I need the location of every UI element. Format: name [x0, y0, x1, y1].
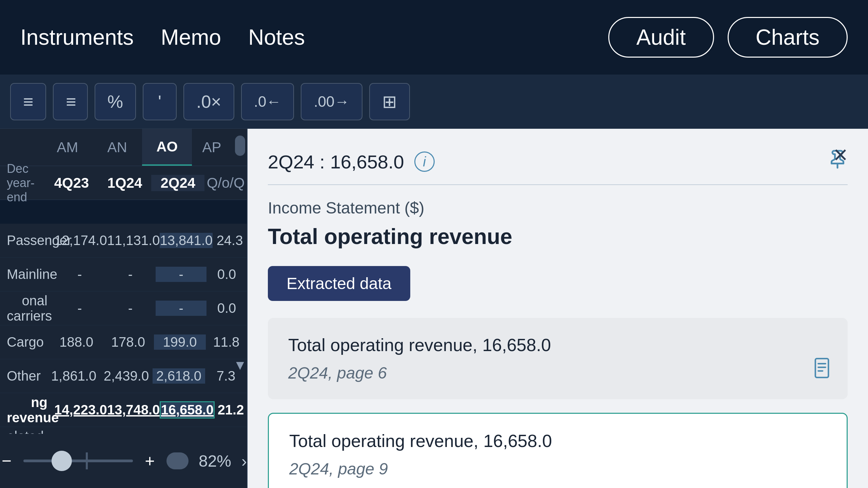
card-1-main-text: Total operating revenue, 16,658.0: [288, 335, 827, 355]
panel-title-row: 2Q24 : 16,658.0 i: [268, 149, 848, 185]
zoom-divider: [86, 452, 88, 469]
row-label-mainline: Mainline: [7, 267, 54, 282]
audit-button[interactable]: Audit: [608, 17, 714, 58]
period-row: Dec year-end 4Q23 1Q24 2Q24 Q/o/Q: [0, 166, 247, 200]
col-header-ao: AO: [142, 129, 192, 166]
period-1q24: 1Q24: [98, 175, 152, 191]
decimal-left-button[interactable]: .0×: [183, 83, 234, 120]
charts-button[interactable]: Charts: [728, 17, 848, 58]
spreadsheet: AM AN AO AP ▲ Dec year-end 4Q23 1Q24 2Q2…: [0, 129, 248, 488]
comma-button[interactable]: ': [143, 83, 177, 120]
cell-cargo-ao[interactable]: 199.0: [154, 334, 206, 350]
row-label-regional: onal carriers: [7, 293, 54, 324]
table-row: Passenger 12,174.0 11,131.0 13,841.0 24.…: [0, 224, 247, 258]
col-header-am: AM: [42, 129, 92, 166]
row-label-passenger: Passenger: [7, 233, 54, 248]
cell-total-an[interactable]: 13,748.0: [107, 402, 160, 418]
card-2-sub-text: 2Q24, page 9: [289, 460, 826, 478]
table-row: Other 1,861.0 2,439.0 2,618.0 7.3: [0, 359, 247, 393]
nav-instruments[interactable]: Instruments: [20, 25, 134, 50]
cell-regional-an[interactable]: -: [105, 301, 156, 316]
nav-right-buttons: Audit Charts: [608, 17, 848, 58]
cell-total-am[interactable]: 14,223.0: [54, 402, 107, 418]
period-row-label: Dec year-end: [7, 162, 45, 204]
card-1-sub-text: 2Q24, page 6: [288, 364, 827, 382]
zoom-slider-track[interactable]: [23, 460, 133, 462]
cell-regional-ao[interactable]: -: [156, 301, 206, 316]
panel-title: 2Q24 : 16,658.0: [268, 151, 404, 173]
table-row: Cargo 188.0 178.0 199.0 11.8: [0, 325, 247, 359]
toolbar: ≡ ≡ % ' .0× .0← .00→ ⊞: [0, 75, 868, 129]
nav-notes[interactable]: Notes: [248, 25, 305, 50]
horizontal-scroll-indicator[interactable]: [166, 452, 189, 469]
nav-memo[interactable]: Memo: [161, 25, 221, 50]
row-label-total-revenue: ng revenue: [7, 395, 54, 425]
panel-title-left: 2Q24 : 16,658.0 i: [268, 151, 435, 173]
card-1-doc-icon[interactable]: [813, 358, 831, 382]
cell-cargo-am[interactable]: 188.0: [51, 334, 102, 350]
scroll-right-arrow[interactable]: ›: [241, 452, 247, 470]
col-header-ap: AP: [192, 129, 232, 166]
table-row: onal carriers - - - 0.0: [0, 291, 247, 325]
col-header-an: AN: [92, 129, 142, 166]
main-area: AM AN AO AP ▲ Dec year-end 4Q23 1Q24 2Q2…: [0, 129, 868, 488]
cell-other-ao[interactable]: 2,618.0: [153, 368, 205, 384]
cell-passenger-an[interactable]: 11,131.0: [107, 233, 160, 248]
data-card-2: Total operating revenue, 16,658.0 2Q24, …: [268, 413, 848, 488]
cell-mainline-ao[interactable]: -: [156, 267, 206, 282]
grid-button[interactable]: ⊞: [369, 83, 410, 120]
align-left-button[interactable]: ≡: [10, 83, 46, 120]
decimal-right-button[interactable]: .00→: [301, 83, 362, 120]
top-nav: Instruments Memo Notes Audit Charts: [0, 0, 868, 75]
zoom-plus-button[interactable]: +: [143, 451, 156, 471]
cell-cargo-an[interactable]: 178.0: [102, 334, 154, 350]
bottom-controls: − + 82% ›: [0, 434, 247, 488]
table-row: Mainline - - - 0.0: [0, 258, 247, 291]
zoom-level-label: 82%: [199, 452, 231, 470]
cell-other-an[interactable]: 2,439.0: [100, 368, 153, 384]
cell-mainline-am[interactable]: -: [54, 267, 105, 282]
cell-regional-am[interactable]: -: [54, 301, 105, 316]
right-panel: × 2Q24 : 16,658.0 i Income Statement ($)…: [248, 129, 868, 488]
align-center-button[interactable]: ≡: [53, 83, 87, 120]
info-icon[interactable]: i: [414, 151, 435, 172]
decimal-left2-button[interactable]: .0←: [241, 83, 294, 120]
cell-passenger-am[interactable]: 12,174.0: [54, 233, 107, 248]
data-card-1: Total operating revenue, 16,658.0 2Q24, …: [268, 318, 848, 399]
card-2-main-text: Total operating revenue, 16,658.0: [289, 431, 826, 451]
section-title: Total operating revenue: [268, 224, 848, 249]
nav-items: Instruments Memo Notes: [20, 25, 305, 50]
row-label-cargo: Cargo: [7, 334, 51, 350]
period-4q23: 4Q23: [45, 175, 98, 191]
cell-total-ao[interactable]: 16,658.0: [160, 401, 215, 419]
scroll-thumb[interactable]: [235, 136, 245, 156]
percent-button[interactable]: %: [95, 83, 136, 120]
cell-passenger-ao[interactable]: 13,841.0: [160, 233, 213, 248]
table-row: ng revenue 14,223.0 13,748.0 16,658.0 21…: [0, 393, 247, 427]
cell-mainline-an[interactable]: -: [105, 267, 156, 282]
scroll-vertical: ▼: [233, 129, 247, 434]
close-button[interactable]: ×: [833, 142, 848, 167]
zoom-slider-thumb[interactable]: [52, 451, 72, 471]
cell-other-am[interactable]: 1,861.0: [47, 368, 100, 384]
extracted-data-button[interactable]: Extracted data: [268, 266, 410, 301]
col-headers: AM AN AO AP ▲: [0, 129, 247, 166]
row-label-other: Other: [7, 368, 47, 384]
zoom-minus-button[interactable]: −: [0, 451, 13, 471]
section-label: Income Statement ($): [268, 199, 848, 217]
period-2q24: 2Q24: [151, 175, 204, 191]
